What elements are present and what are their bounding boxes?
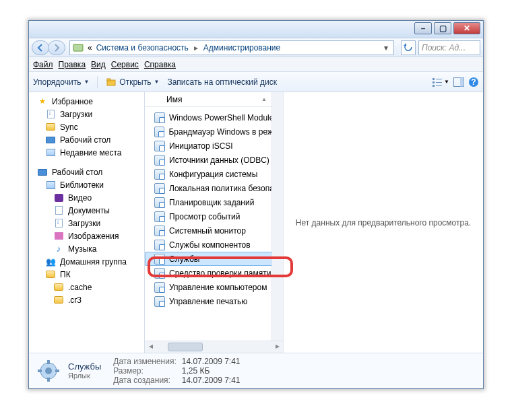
menu-bar: Файл Правка Вид Сервис Справка xyxy=(29,57,483,72)
list-item[interactable]: Службы компонентов xyxy=(145,238,283,252)
shortcut-icon xyxy=(154,225,165,236)
svg-text:?: ? xyxy=(471,77,476,87)
address-dropdown[interactable]: ▾ xyxy=(381,43,391,53)
list-item[interactable]: Брандмауэр Windows в режим xyxy=(145,125,283,139)
nav-desktop[interactable]: Рабочий стол xyxy=(33,133,143,146)
menu-help[interactable]: Справка xyxy=(144,60,176,69)
close-button[interactable]: ✕ xyxy=(453,22,480,34)
vertical-scrollbar[interactable] xyxy=(271,92,283,341)
view-icon xyxy=(432,77,443,87)
horizontal-scrollbar[interactable]: ◂ ▸ xyxy=(145,341,283,353)
details-created-label: Дата создания: xyxy=(113,376,177,385)
nav-videos[interactable]: Видео xyxy=(33,191,143,204)
menu-file[interactable]: Файл xyxy=(33,60,53,69)
open-button[interactable]: Открыть▼ xyxy=(106,77,159,88)
list-item-label: Windows PowerShell Modules xyxy=(169,113,278,123)
details-pane: Службы Ярлык Дата изменения: 14.07.2009 … xyxy=(29,353,483,388)
minimize-button[interactable]: – xyxy=(414,22,432,34)
svg-rect-6 xyxy=(436,82,442,83)
nav-documents[interactable]: Документы xyxy=(33,204,143,217)
list-item-label: Источники данных (ODBC) xyxy=(169,155,269,165)
list-item[interactable]: Управление компьютером xyxy=(145,280,283,294)
list-item[interactable]: Системный монитор xyxy=(145,223,283,238)
svg-rect-2 xyxy=(107,79,110,81)
shortcut-icon xyxy=(154,155,165,166)
organize-button[interactable]: Упорядочить▼ xyxy=(33,77,89,87)
music-icon: ♪ xyxy=(53,244,64,254)
nav-desktop-root[interactable]: Рабочий стол xyxy=(33,166,143,178)
back-button[interactable] xyxy=(32,40,49,55)
svg-rect-17 xyxy=(38,370,42,372)
nav-libraries[interactable]: Библиотеки xyxy=(33,178,143,191)
view-options-button[interactable]: ▼ xyxy=(432,77,449,87)
shortcut-icon xyxy=(154,197,165,208)
svg-rect-10 xyxy=(460,77,464,86)
menu-tools[interactable]: Сервис xyxy=(111,60,139,69)
star-icon: ★ xyxy=(37,96,48,107)
list-item-label: Инициатор iSCSI xyxy=(169,141,233,151)
address-bar[interactable]: « Система и безопасность ▸ Администриров… xyxy=(69,40,394,55)
help-button[interactable]: ? xyxy=(468,77,479,88)
menu-edit[interactable]: Правка xyxy=(59,60,86,69)
column-header-name[interactable]: Имя▲ xyxy=(145,92,283,107)
details-size-label: Размер: xyxy=(113,366,177,376)
nav-downloads-lib[interactable]: Загрузки xyxy=(33,217,143,230)
desktop-icon xyxy=(37,167,48,178)
preview-pane-button[interactable] xyxy=(453,77,464,87)
list-item[interactable]: Инициатор iSCSI xyxy=(145,139,283,153)
breadcrumb-level2[interactable]: Администрирование xyxy=(203,43,280,53)
list-item[interactable]: Источники данных (ODBC) xyxy=(145,153,283,167)
details-type: Ярлык xyxy=(68,372,101,380)
nav-favorites[interactable]: ★Избранное xyxy=(33,95,143,108)
help-icon: ? xyxy=(468,77,479,88)
maximize-button[interactable]: ▢ xyxy=(434,22,451,34)
list-item[interactable]: Управление печатью xyxy=(145,294,283,308)
breadcrumb-level1[interactable]: Система и безопасность xyxy=(96,43,189,53)
refresh-button[interactable] xyxy=(401,40,416,55)
list-item-label: Конфигурация системы xyxy=(169,170,257,179)
details-modified-label: Дата изменения: xyxy=(113,357,177,366)
nav-downloads[interactable]: Загрузки xyxy=(33,108,143,120)
folder-icon xyxy=(53,295,64,306)
list-item[interactable]: Службы xyxy=(145,252,283,266)
nav-recent[interactable]: Недавние места xyxy=(33,146,143,159)
title-bar[interactable]: – ▢ ✕ xyxy=(29,21,483,38)
explorer-window: – ▢ ✕ « Система и безопасность ▸ Админис… xyxy=(28,20,484,389)
search-placeholder: Поиск: Ад... xyxy=(422,43,466,53)
svg-rect-7 xyxy=(433,85,435,87)
folder-icon xyxy=(45,269,56,280)
shortcut-icon xyxy=(154,112,165,123)
list-item[interactable]: Конфигурация системы xyxy=(145,167,283,181)
search-input[interactable]: Поиск: Ад... xyxy=(418,40,480,55)
gear-icon xyxy=(36,359,61,383)
navigation-pane: ★Избранное Загрузки Sync Рабочий стол Не… xyxy=(29,92,145,353)
svg-rect-4 xyxy=(436,79,442,79)
list-item[interactable]: Просмотр событий xyxy=(145,209,283,223)
file-list: Имя▲ Windows PowerShell ModulesБрандмауэ… xyxy=(145,92,284,353)
forward-button[interactable] xyxy=(48,40,65,55)
list-item[interactable]: Windows PowerShell Modules xyxy=(145,110,283,125)
list-item[interactable]: Планировщик заданий xyxy=(145,195,283,209)
nav-homegroup[interactable]: 👥Домашняя группа xyxy=(33,255,143,268)
libraries-icon xyxy=(45,180,56,190)
list-item-label: Управление компьютером xyxy=(169,283,267,292)
list-item[interactable]: Средство проверки памяти W xyxy=(145,266,283,280)
shortcut-icon xyxy=(154,183,165,194)
recent-icon xyxy=(45,147,56,158)
list-item[interactable]: Локальная политика безопас xyxy=(145,181,283,195)
pictures-icon xyxy=(53,231,64,242)
menu-view[interactable]: Вид xyxy=(91,60,106,69)
refresh-icon xyxy=(404,43,413,53)
svg-rect-5 xyxy=(433,81,435,83)
svg-rect-0 xyxy=(73,44,83,51)
nav-sync[interactable]: Sync xyxy=(33,120,143,133)
nav-cr3[interactable]: .cr3 xyxy=(33,293,143,306)
nav-pictures[interactable]: Изображения xyxy=(33,230,143,242)
shortcut-icon xyxy=(154,169,165,180)
burn-button[interactable]: Записать на оптический диск xyxy=(167,77,277,87)
details-modified-value: 14.07.2009 7:41 xyxy=(182,357,241,366)
nav-cache[interactable]: .cache xyxy=(33,281,143,293)
nav-music[interactable]: ♪Музыка xyxy=(33,242,143,255)
nav-pc[interactable]: ПК xyxy=(33,268,143,281)
chevron-right-icon[interactable]: ▸ xyxy=(193,43,199,53)
